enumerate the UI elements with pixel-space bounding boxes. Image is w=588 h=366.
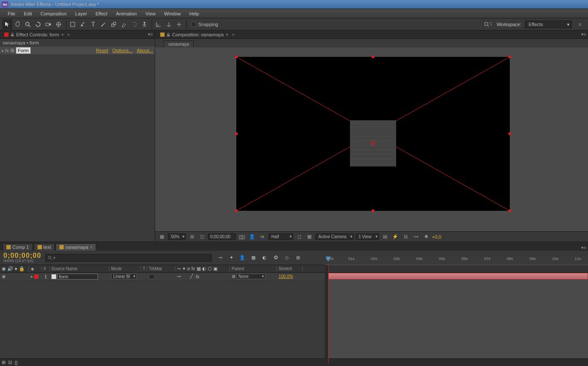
pan-behind-tool-icon[interactable] xyxy=(54,20,63,29)
composition-viewport[interactable] xyxy=(155,47,588,231)
panel-menu-icon[interactable]: ▾≡ xyxy=(148,32,155,37)
solo-col-icon[interactable]: ● xyxy=(15,266,18,272)
brainstorm-icon[interactable]: ✪ xyxy=(272,255,279,260)
handle-top-left[interactable] xyxy=(235,56,238,58)
snapping-checkbox[interactable]: Snapping xyxy=(191,22,218,27)
snapshot-icon[interactable] xyxy=(238,233,246,241)
exposure-value[interactable]: +0,0 xyxy=(432,234,441,239)
timeline-tab-osnavnaya[interactable]: osnavnaya× xyxy=(56,243,96,251)
mask-visibility-icon[interactable]: ◫ xyxy=(198,233,206,241)
eye-icon[interactable]: ◉ xyxy=(2,274,8,279)
lock-col-icon[interactable]: 🔒 xyxy=(19,266,25,272)
pixel-aspect-icon[interactable]: ▤ xyxy=(381,233,389,241)
menu-help[interactable]: Help xyxy=(185,10,203,18)
parent-dropdown[interactable]: None xyxy=(236,274,265,279)
layer-name-input[interactable] xyxy=(57,274,98,280)
stretch-value[interactable]: 100,0% xyxy=(279,274,293,279)
motion-blur-icon[interactable]: ◐ xyxy=(261,255,268,260)
effect-options-link[interactable]: Options... xyxy=(112,48,132,53)
expand-triangle-icon[interactable]: ▸ xyxy=(2,48,4,53)
handle-bot-mid[interactable] xyxy=(372,210,374,212)
comp-mini-flowchart-icon[interactable]: ⊸ xyxy=(216,255,224,260)
safe-zones-icon[interactable]: ⊞ xyxy=(188,233,196,241)
handle-bot-left[interactable] xyxy=(235,210,238,212)
panel-menu-icon[interactable]: ▾≡ xyxy=(581,32,588,37)
roi-icon[interactable]: ◻ xyxy=(295,233,303,241)
effect-reset-link[interactable]: Reset xyxy=(96,48,108,53)
fast-previews-icon[interactable]: ⚡ xyxy=(391,233,400,241)
hide-shy-icon[interactable]: 👤 xyxy=(238,255,246,260)
channel-icon[interactable] xyxy=(258,233,267,241)
audio-col-icon[interactable]: 🔊 xyxy=(7,266,13,272)
current-time-input[interactable]: 0;00;00;00 xyxy=(208,233,236,240)
pen-tool-icon[interactable] xyxy=(78,20,88,29)
menu-animation[interactable]: Animation xyxy=(112,10,141,18)
time-ruler[interactable]: m0s 01s 02s 03s 04s 05s 06s 07s 08s 09s … xyxy=(325,257,588,265)
menu-composition[interactable]: Composition xyxy=(36,10,71,18)
toggle-switches-icon[interactable]: ⊞ xyxy=(2,360,6,365)
menu-edit[interactable]: Edit xyxy=(20,10,36,18)
eraser-tool-icon[interactable] xyxy=(119,20,129,29)
zoom-tool-icon[interactable] xyxy=(23,20,32,29)
layer-row[interactable]: ◉ ▸ 1 Linear Bl ⊸ ╱ fx ⊚None 100,0% xyxy=(0,273,325,280)
selection-tool-icon[interactable] xyxy=(3,20,12,29)
video-col-icon[interactable]: ◉ xyxy=(2,266,6,272)
search-help-icon[interactable]: ? xyxy=(483,20,492,29)
clone-tool-icon[interactable] xyxy=(109,20,118,29)
text-tool-icon[interactable]: T xyxy=(88,20,98,29)
menu-file[interactable]: File xyxy=(3,10,20,18)
rotate-tool-icon[interactable] xyxy=(33,20,43,29)
reset-exposure-icon[interactable]: ✱ xyxy=(422,233,430,241)
transparency-grid-icon[interactable]: ▩ xyxy=(305,233,314,241)
hand-tool-icon[interactable] xyxy=(13,20,22,29)
composition-tab[interactable]: Composition: osnavnaya ▾ × xyxy=(158,31,237,38)
camera-tool-icon[interactable] xyxy=(44,20,53,29)
effect-row[interactable]: ▸ fx Form Reset Options... About... xyxy=(0,47,155,54)
handle-mid-left[interactable] xyxy=(235,133,238,135)
effect-about-link[interactable]: About... xyxy=(137,48,153,53)
workspace-dropdown[interactable]: Effects▾ xyxy=(525,21,572,28)
layer-duration-bar[interactable] xyxy=(328,273,588,280)
views-dropdown[interactable]: 1 View xyxy=(356,233,379,240)
fx-switch-icon[interactable]: fx xyxy=(196,274,200,279)
local-axis-icon[interactable] xyxy=(154,20,163,29)
handle-mid-right[interactable] xyxy=(509,133,511,135)
menu-window[interactable]: Window xyxy=(160,10,185,18)
menu-effect[interactable]: Effect xyxy=(91,10,112,18)
timeline-tab-text[interactable]: text xyxy=(34,243,55,251)
timeline-track-area[interactable] xyxy=(325,273,588,358)
anchor-point-icon[interactable] xyxy=(370,140,376,146)
composition-subtab[interactable]: osnavnaya xyxy=(164,41,194,47)
label-col-icon[interactable]: ◆ xyxy=(29,266,42,271)
graph-editor-icon[interactable]: ⊞ xyxy=(294,255,302,260)
timeline-search-input[interactable]: ▾ xyxy=(45,254,212,262)
auto-keyframe-icon[interactable]: ◇ xyxy=(283,255,291,260)
toggle-modes-icon[interactable]: ⊡ xyxy=(8,360,12,365)
zoom-dropdown[interactable]: 50% xyxy=(168,233,186,240)
shy-switch-icon[interactable]: ⊸ xyxy=(177,274,181,279)
menu-view[interactable]: View xyxy=(141,10,160,18)
menu-layer[interactable]: Layer xyxy=(71,10,91,18)
frame-blend-icon[interactable]: ▦ xyxy=(250,255,257,260)
resolution-dropdown[interactable]: Half xyxy=(268,233,293,240)
roto-tool-icon[interactable] xyxy=(129,20,139,29)
handle-bot-right[interactable] xyxy=(509,210,511,212)
expand-triangle-icon[interactable]: ▸ xyxy=(31,274,33,279)
effect-name[interactable]: Form xyxy=(16,47,31,54)
pickwhip-icon[interactable]: ⊚ xyxy=(232,274,235,279)
show-snapshot-icon[interactable]: 👤 xyxy=(248,233,256,241)
effect-controls-tab[interactable]: Effect Controls: form ▾ × xyxy=(2,31,73,38)
draft3d-icon[interactable]: ✦ xyxy=(227,255,235,260)
panel-menu-icon[interactable]: ≡ xyxy=(575,20,585,29)
brush-tool-icon[interactable] xyxy=(99,20,108,29)
handle-top-mid[interactable] xyxy=(372,56,374,58)
timecode-display[interactable]: 0;00;00;00 00000 (29.97 fps) xyxy=(3,252,41,263)
collapse-switch-icon[interactable]: ╱ xyxy=(190,274,193,279)
reset-icon[interactable] xyxy=(10,48,15,53)
blend-mode-dropdown[interactable]: Linear Bl xyxy=(111,274,137,279)
always-preview-icon[interactable]: ▦ xyxy=(158,233,166,241)
layer-color-swatch[interactable] xyxy=(34,274,38,279)
handle-top-right[interactable] xyxy=(509,56,511,58)
trkmat-dropdown[interactable] xyxy=(149,274,155,279)
bracket-icon[interactable]: {} xyxy=(15,360,18,365)
